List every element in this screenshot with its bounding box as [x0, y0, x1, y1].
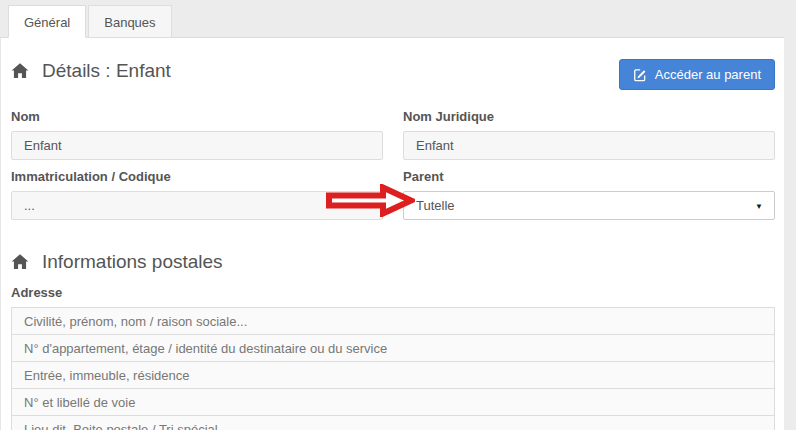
tab-banques[interactable]: Banques — [88, 5, 171, 38]
nom-label: Nom — [11, 109, 383, 125]
field-nom: Nom — [11, 109, 383, 160]
content-panel: Détails : Enfant Accéder au parent Nom I… — [0, 38, 784, 430]
nom-input[interactable] — [11, 131, 383, 160]
parent-select[interactable]: Tutelle — [403, 191, 775, 220]
details-header: Détails : Enfant Accéder au parent — [11, 59, 775, 90]
parent-select-wrap: Tutelle ▼ — [403, 191, 775, 220]
field-parent: Parent Tutelle ▼ — [403, 169, 775, 220]
details-title-text: Détails : Enfant — [42, 59, 171, 82]
postal-title-text: Informations postales — [42, 250, 223, 273]
acceder-au-parent-label: Accéder au parent — [655, 67, 761, 82]
parent-label: Parent — [403, 169, 775, 185]
home-icon — [11, 253, 29, 271]
form-left-column: Nom Immatriculation / Codique — [11, 109, 383, 229]
address-line-2-input[interactable] — [11, 334, 775, 362]
form-right-column: Nom Juridique Parent Tutelle ▼ — [403, 109, 775, 229]
address-line-3-input[interactable] — [11, 361, 775, 389]
details-form: Nom Immatriculation / Codique Nom Juridi… — [11, 109, 775, 229]
field-immatriculation: Immatriculation / Codique — [11, 169, 383, 220]
field-nom-juridique: Nom Juridique — [403, 109, 775, 160]
address-line-1-input[interactable] — [11, 307, 775, 335]
address-line-5-input[interactable] — [11, 415, 775, 430]
edit-square-icon — [633, 68, 647, 82]
home-icon — [11, 62, 29, 80]
tab-general[interactable]: Général — [8, 5, 86, 38]
nom-juridique-input[interactable] — [403, 131, 775, 160]
immatriculation-label: Immatriculation / Codique — [11, 169, 383, 185]
tab-bar: Général Banques — [0, 0, 784, 38]
postal-header: Informations postales — [11, 250, 775, 273]
address-inputs-group — [11, 307, 775, 430]
details-title: Détails : Enfant — [11, 59, 171, 82]
immatriculation-input[interactable] — [11, 191, 383, 220]
adresse-label: Adresse — [11, 285, 775, 301]
nom-juridique-label: Nom Juridique — [403, 109, 775, 125]
address-line-4-input[interactable] — [11, 388, 775, 416]
postal-title: Informations postales — [11, 250, 223, 273]
acceder-au-parent-button[interactable]: Accéder au parent — [619, 59, 775, 90]
